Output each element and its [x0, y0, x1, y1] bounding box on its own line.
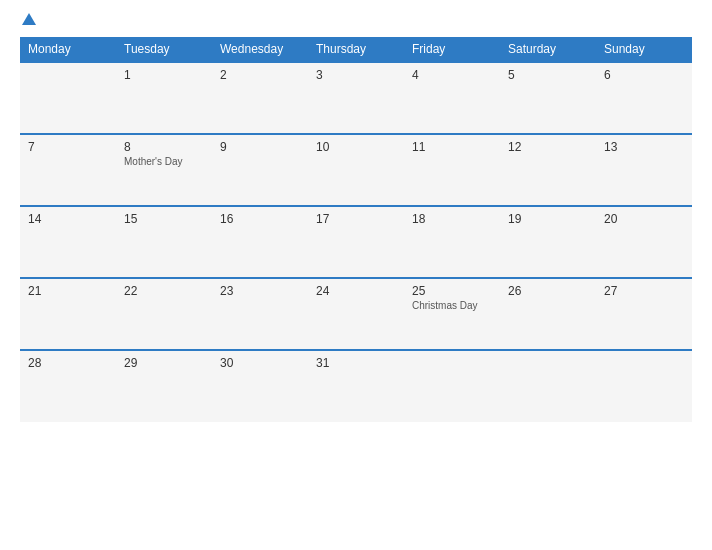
day-number: 17: [316, 212, 396, 226]
day-number: 24: [316, 284, 396, 298]
calendar-cell: 9: [212, 134, 308, 206]
calendar-cell: 1: [116, 62, 212, 134]
day-number: 5: [508, 68, 588, 82]
calendar-header: MondayTuesdayWednesdayThursdayFridaySatu…: [20, 37, 692, 62]
calendar-table: MondayTuesdayWednesdayThursdayFridaySatu…: [20, 37, 692, 422]
calendar-cell: 2: [212, 62, 308, 134]
day-number: 13: [604, 140, 684, 154]
day-number: 16: [220, 212, 300, 226]
calendar-cell: 5: [500, 62, 596, 134]
calendar-cell: 11: [404, 134, 500, 206]
calendar-cell: 30: [212, 350, 308, 422]
calendar-page: MondayTuesdayWednesdayThursdayFridaySatu…: [0, 0, 712, 550]
calendar-cell: 17: [308, 206, 404, 278]
calendar-cell: 28: [20, 350, 116, 422]
day-number: 4: [412, 68, 492, 82]
calendar-cell: [20, 62, 116, 134]
day-number: 20: [604, 212, 684, 226]
calendar-cell: [500, 350, 596, 422]
logo: [20, 15, 36, 27]
day-number: 15: [124, 212, 204, 226]
day-header-saturday: Saturday: [500, 37, 596, 62]
day-number: 2: [220, 68, 300, 82]
calendar-cell: 22: [116, 278, 212, 350]
day-number: 8: [124, 140, 204, 154]
day-header-tuesday: Tuesday: [116, 37, 212, 62]
day-number: 22: [124, 284, 204, 298]
day-number: 10: [316, 140, 396, 154]
day-header-thursday: Thursday: [308, 37, 404, 62]
day-number: 6: [604, 68, 684, 82]
day-number: 18: [412, 212, 492, 226]
calendar-cell: 29: [116, 350, 212, 422]
week-row-3: 14151617181920: [20, 206, 692, 278]
day-header-monday: Monday: [20, 37, 116, 62]
day-number: 29: [124, 356, 204, 370]
day-number: 7: [28, 140, 108, 154]
logo-flag-icon: [22, 13, 36, 25]
calendar-cell: 20: [596, 206, 692, 278]
day-number: 14: [28, 212, 108, 226]
calendar-cell: 15: [116, 206, 212, 278]
calendar-cell: 4: [404, 62, 500, 134]
calendar-cell: 7: [20, 134, 116, 206]
header: [20, 15, 692, 27]
day-header-wednesday: Wednesday: [212, 37, 308, 62]
day-number: 21: [28, 284, 108, 298]
calendar-cell: 27: [596, 278, 692, 350]
days-header-row: MondayTuesdayWednesdayThursdayFridaySatu…: [20, 37, 692, 62]
week-row-5: 28293031: [20, 350, 692, 422]
day-number: 11: [412, 140, 492, 154]
calendar-cell: 10: [308, 134, 404, 206]
day-number: 23: [220, 284, 300, 298]
calendar-cell: 12: [500, 134, 596, 206]
day-header-sunday: Sunday: [596, 37, 692, 62]
calendar-cell: 21: [20, 278, 116, 350]
day-number: 25: [412, 284, 492, 298]
day-number: 19: [508, 212, 588, 226]
day-event: Christmas Day: [412, 300, 492, 311]
day-number: 12: [508, 140, 588, 154]
calendar-cell: 14: [20, 206, 116, 278]
day-header-friday: Friday: [404, 37, 500, 62]
calendar-cell: 13: [596, 134, 692, 206]
day-number: 31: [316, 356, 396, 370]
calendar-cell: 24: [308, 278, 404, 350]
calendar-cell: [596, 350, 692, 422]
calendar-cell: 19: [500, 206, 596, 278]
day-number: 26: [508, 284, 588, 298]
day-number: 3: [316, 68, 396, 82]
day-number: 1: [124, 68, 204, 82]
week-row-4: 2122232425Christmas Day2627: [20, 278, 692, 350]
week-row-1: 123456: [20, 62, 692, 134]
calendar-cell: 3: [308, 62, 404, 134]
calendar-body: 12345678Mother's Day91011121314151617181…: [20, 62, 692, 422]
calendar-cell: 16: [212, 206, 308, 278]
calendar-cell: 8Mother's Day: [116, 134, 212, 206]
calendar-cell: 23: [212, 278, 308, 350]
calendar-cell: [404, 350, 500, 422]
calendar-cell: 25Christmas Day: [404, 278, 500, 350]
calendar-cell: 18: [404, 206, 500, 278]
calendar-cell: 26: [500, 278, 596, 350]
day-event: Mother's Day: [124, 156, 204, 167]
calendar-cell: 6: [596, 62, 692, 134]
calendar-cell: 31: [308, 350, 404, 422]
day-number: 9: [220, 140, 300, 154]
week-row-2: 78Mother's Day910111213: [20, 134, 692, 206]
day-number: 27: [604, 284, 684, 298]
day-number: 30: [220, 356, 300, 370]
day-number: 28: [28, 356, 108, 370]
